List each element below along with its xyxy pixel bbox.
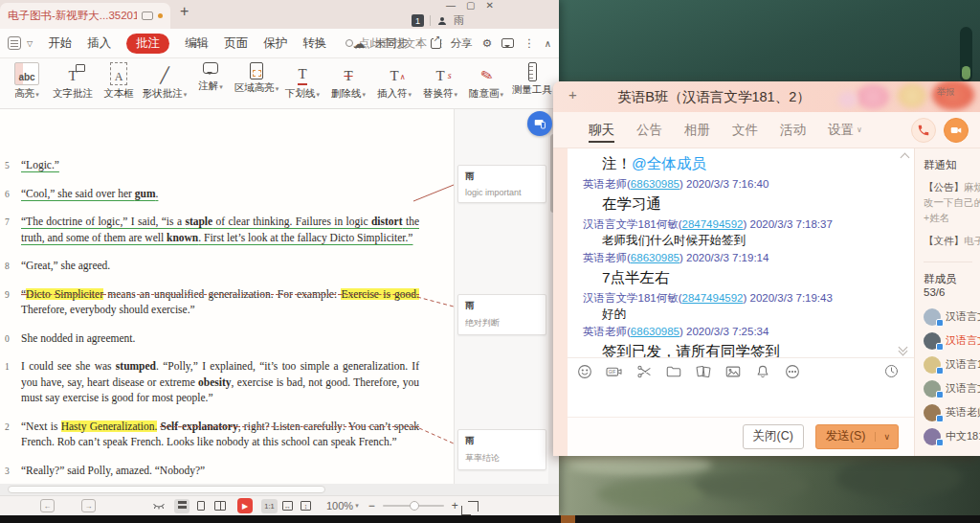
sender-uid-link[interactable]: 68630985 xyxy=(631,326,679,337)
fit-page-button[interactable]: ↕ xyxy=(298,499,314,513)
voice-call-button[interactable] xyxy=(911,118,936,143)
menu-item[interactable]: 插入 xyxy=(87,35,111,52)
share-icon[interactable] xyxy=(431,38,441,49)
member-row[interactable]: 汉语言文 xyxy=(924,305,980,329)
continuous-view-button[interactable] xyxy=(174,499,189,513)
fullscreen-icon[interactable] xyxy=(468,501,479,512)
actual-size-button[interactable]: 1:1 xyxy=(261,499,278,513)
zoom-slider-knob[interactable] xyxy=(410,501,419,511)
group-notices[interactable]: 【公告】麻烦进改一下自己的+姓名【文件】电子 xyxy=(924,179,980,248)
message-history-icon[interactable] xyxy=(882,362,901,380)
tab-活动[interactable]: 活动 xyxy=(780,112,806,148)
maximize-button[interactable]: ▢ xyxy=(466,0,475,11)
chat-input-area[interactable] xyxy=(568,384,914,417)
tool-highlight[interactable]: abc 高亮▾ xyxy=(4,62,50,108)
sender-uid-link[interactable]: 68630985 xyxy=(631,252,679,263)
minimize-button[interactable]: — xyxy=(446,0,456,11)
tool-strikeout[interactable]: T 删除线▾ xyxy=(325,62,371,108)
tool-freedraw[interactable]: ✎ 随意画▾ xyxy=(463,62,509,108)
notice-line[interactable]: 【公告】麻烦进 xyxy=(924,179,980,194)
zoom-slider[interactable] xyxy=(383,505,444,507)
tool-caret[interactable]: T 插入符▾ xyxy=(371,62,417,108)
new-tab-button[interactable]: + xyxy=(180,3,189,20)
sender-uid-link[interactable]: 2847494592 xyxy=(682,292,744,304)
close-chat-button[interactable]: 关闭(C) xyxy=(743,424,804,449)
file-menu-icon[interactable] xyxy=(8,36,21,50)
bell-icon[interactable] xyxy=(753,362,771,380)
menu-item[interactable]: 开始 xyxy=(48,35,72,52)
next-view-button[interactable]: → xyxy=(81,499,96,512)
sender-uid-link[interactable]: 2847494592 xyxy=(682,218,744,230)
feedback-bubble-icon[interactable] xyxy=(501,38,514,48)
scroll-down-icon[interactable] xyxy=(900,344,908,353)
settings-gear-icon[interactable]: ⚙ xyxy=(482,36,492,50)
gif-icon[interactable]: GIF xyxy=(605,362,623,380)
tab-文件[interactable]: 文件 xyxy=(732,112,758,148)
menu-item[interactable]: 编辑 xyxy=(185,35,209,52)
tool-shape-note[interactable]: ╱ 形状批注▾ xyxy=(142,62,188,108)
mention-link[interactable]: @全体成员 xyxy=(632,155,706,171)
message-textarea[interactable] xyxy=(568,384,914,417)
facing-view-button[interactable] xyxy=(212,499,228,513)
user-avatar-icon[interactable] xyxy=(436,15,448,27)
tool-text-box[interactable]: A 文本框 xyxy=(96,62,142,108)
menu-item[interactable]: 保护 xyxy=(263,35,287,52)
fit-width-button[interactable]: ↔ xyxy=(279,499,296,513)
menu-item[interactable]: 批注 xyxy=(126,34,169,54)
zoom-out-button[interactable]: − xyxy=(368,499,375,512)
close-button[interactable]: ✕ xyxy=(485,0,493,11)
file-menu-caret-icon[interactable]: ▽ xyxy=(27,39,33,48)
pdf-document-tab[interactable]: 电子图书-新视野大...35201.pdf xyxy=(0,3,170,29)
member-row[interactable]: 汉语言文 xyxy=(924,329,980,352)
tab-相册[interactable]: 相册 xyxy=(684,112,710,148)
sync-status-label[interactable]: 未同步 xyxy=(375,36,409,51)
tool-text-note[interactable]: T 文字批注 xyxy=(50,62,96,108)
notice-line[interactable]: 【文件】电子 xyxy=(924,233,980,248)
horizontal-scrollbar[interactable] xyxy=(0,484,559,495)
video-call-button[interactable] xyxy=(944,118,969,143)
username-label[interactable]: 雨 xyxy=(454,13,464,28)
member-row[interactable]: 汉语言文 xyxy=(924,376,980,400)
report-link[interactable]: 举报 xyxy=(937,86,955,99)
tool-underline[interactable]: T 下划线▾ xyxy=(279,62,325,108)
more-icon[interactable] xyxy=(783,362,801,380)
member-row[interactable]: 中文181 xyxy=(924,424,980,448)
notice-line[interactable]: 改一下自己的 xyxy=(924,194,980,210)
play-slideshow-button[interactable]: ▶ xyxy=(237,498,253,513)
menu-item[interactable]: 转换 xyxy=(302,35,326,52)
more-menu-icon[interactable]: ⋮ xyxy=(523,36,535,50)
collapse-ribbon-icon[interactable]: ∧ xyxy=(545,38,551,49)
comment-card[interactable]: 雨 logic important xyxy=(457,165,546,203)
tool-area-highlight[interactable]: 区域高亮▾ xyxy=(234,62,279,108)
tab-设置[interactable]: 设置∨ xyxy=(828,112,862,148)
hide-annotations-icon[interactable] xyxy=(151,500,167,512)
single-page-view-button[interactable] xyxy=(193,499,209,513)
share-label[interactable]: 分享 xyxy=(451,36,473,51)
sender-uid-link[interactable]: 68630985 xyxy=(631,178,679,190)
screenshot-icon[interactable] xyxy=(635,362,653,380)
notice-line[interactable]: +姓名 xyxy=(924,210,980,225)
zoom-in-button[interactable]: + xyxy=(452,499,458,512)
send-button[interactable]: 发送(S) ∨ xyxy=(815,424,899,449)
zoom-caret-icon[interactable]: ▾ xyxy=(355,502,359,510)
chat-message-log[interactable]: 注！@全体成员英语老师(68630985) 2020/3/3 7:16:40在学… xyxy=(568,148,914,357)
collage-icon[interactable] xyxy=(694,362,712,380)
tool-replace[interactable]: T 替换符▾ xyxy=(417,62,463,108)
folder-icon[interactable] xyxy=(664,362,682,380)
cloud-sync-icon[interactable]: ☁ xyxy=(353,36,366,51)
tool-measure[interactable]: 测量工具 xyxy=(509,62,555,108)
scroll-up-icon[interactable] xyxy=(901,153,910,163)
tab-聊天[interactable]: 聊天 xyxy=(589,112,614,148)
tool-note[interactable]: 注解▾ xyxy=(188,62,234,108)
mobile-sync-button[interactable] xyxy=(527,111,552,136)
smiley-icon[interactable] xyxy=(575,362,593,380)
comment-card[interactable]: 雨 绝对判断 xyxy=(457,294,546,335)
comment-card[interactable]: 雨 草率结论 xyxy=(457,429,546,470)
menu-item[interactable]: 页面 xyxy=(224,35,248,52)
send-options-caret-icon[interactable]: ∨ xyxy=(875,432,898,442)
image-icon[interactable] xyxy=(724,362,742,380)
prev-view-button[interactable]: ← xyxy=(40,499,55,512)
tab-公告[interactable]: 公告 xyxy=(636,112,662,148)
member-row[interactable]: 汉语言18 xyxy=(924,352,980,376)
member-row[interactable]: 英语老师 xyxy=(924,400,980,424)
